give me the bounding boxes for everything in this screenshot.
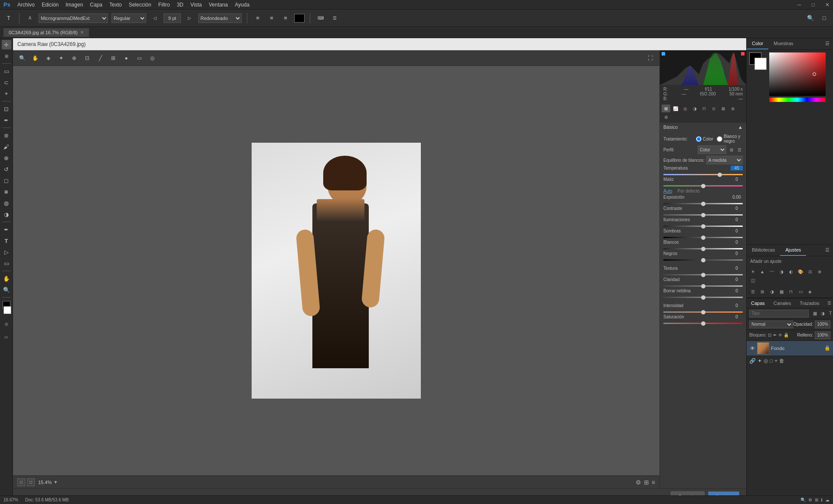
text-tool[interactable]: T: [2, 236, 11, 245]
clone-stamp-tool[interactable]: ⊕: [2, 153, 11, 163]
eraser-tool[interactable]: ◻: [2, 176, 11, 185]
anti-alias-select[interactable]: Redondeado: [198, 13, 242, 23]
bw-icon[interactable]: ⊕: [815, 268, 824, 276]
align-right-icon[interactable]: ≡: [280, 13, 291, 23]
dodge-tool[interactable]: ◑: [2, 209, 11, 219]
cr-blancos-value[interactable]: 0: [731, 240, 743, 245]
tab-muestras[interactable]: Muestras: [768, 38, 798, 49]
cr-intensidad-value[interactable]: 0: [731, 303, 743, 308]
settings-icon[interactable]: ⚙: [636, 479, 641, 486]
cr-perfil-select[interactable]: Color: [698, 145, 726, 154]
hand-tool[interactable]: ✋: [2, 274, 11, 283]
cr-iluminaciones-value[interactable]: 0: [731, 217, 743, 222]
zoom-in-icon[interactable]: 🔍: [17, 53, 27, 63]
levels-icon[interactable]: ▲: [758, 268, 767, 276]
tab-trazados[interactable]: Trazados: [795, 298, 823, 308]
zoom-dropdown-icon[interactable]: ▼: [53, 480, 58, 484]
gradient-tool[interactable]: ▦: [2, 187, 11, 196]
color-gradient-area[interactable]: [769, 52, 826, 96]
font-size-input[interactable]: [164, 13, 181, 23]
cr-auto-button[interactable]: Auto: [663, 189, 672, 193]
cr-matiz-value[interactable]: 0: [731, 177, 743, 182]
straighten-icon[interactable]: ╱: [95, 53, 105, 63]
heal-icon[interactable]: ●: [121, 53, 131, 63]
cr-equilibrio-select[interactable]: A medida: [706, 156, 743, 164]
blend-mode-select[interactable]: Normal: [749, 321, 793, 328]
frame-icon-2[interactable]: □: [27, 478, 35, 486]
cr-section-collapse[interactable]: ▲: [738, 124, 743, 130]
file-tab[interactable]: 0C3A4269.jpg al 16.7% (RGB/8) ✕: [3, 28, 89, 37]
lock-pixels-icon[interactable]: ✒: [773, 333, 777, 337]
menu-ventana[interactable]: Ventana: [209, 2, 228, 8]
cr-tab-basic[interactable]: ⊞: [662, 105, 670, 112]
cr-intensidad-slider[interactable]: [663, 311, 743, 313]
character-options-icon[interactable]: ☰: [329, 13, 340, 23]
menu-edicion[interactable]: Edición: [42, 2, 59, 8]
color-lookup-icon[interactable]: ⊞: [758, 288, 767, 296]
gradient-map-icon[interactable]: ▭: [796, 288, 805, 296]
cr-matiz-slider[interactable]: [663, 185, 743, 187]
search-icon[interactable]: 🔍: [805, 13, 816, 23]
pen-tool[interactable]: ✒: [2, 225, 11, 234]
color-panel-menu-icon[interactable]: ☰: [822, 38, 833, 49]
filter-adjust-icon[interactable]: ◑: [819, 310, 826, 317]
new-group-icon[interactable]: □: [770, 358, 773, 364]
character-panel-icon[interactable]: A: [25, 13, 35, 23]
radial-filter-icon[interactable]: ◎: [148, 53, 157, 63]
text-tool-icon[interactable]: T: [3, 13, 14, 23]
perfil-list-icon[interactable]: ☰: [736, 146, 743, 153]
info-status-icon[interactable]: ℹ: [821, 497, 823, 502]
font-family-select[interactable]: MicrogrammaDMedExt: [39, 13, 108, 23]
tab-capas[interactable]: Capas: [747, 298, 769, 308]
cr-tab-lens[interactable]: ⊙: [709, 105, 718, 112]
filter-pixel-icon[interactable]: ▦: [811, 310, 818, 317]
cr-borrar-neblina-value[interactable]: 0: [731, 288, 743, 293]
lasso-tool[interactable]: ⊂: [2, 78, 11, 87]
zoom-in-status-icon[interactable]: 🔍: [800, 497, 806, 502]
cr-tab-detail[interactable]: ◎: [681, 105, 689, 112]
font-style-select[interactable]: Regular: [112, 13, 146, 23]
cr-exposicion-slider[interactable]: [663, 203, 743, 204]
cr-borrar-neblina-slider[interactable]: [663, 297, 743, 298]
exposure-icon[interactable]: ◑: [777, 268, 786, 276]
cr-tratamiento-color[interactable]: Color: [696, 136, 713, 142]
cr-exposicion-value[interactable]: 0.00: [731, 195, 743, 200]
lock-transparent-icon[interactable]: ⊡: [768, 333, 771, 337]
menu-ayuda[interactable]: Ayuda: [235, 2, 249, 8]
cr-tab-transform[interactable]: ⊠: [719, 105, 728, 112]
perfil-grid-icon[interactable]: ⊞: [728, 146, 735, 153]
lock-all-icon[interactable]: 🔒: [784, 333, 789, 337]
warp-text-icon[interactable]: ⌨: [315, 13, 326, 23]
cr-contraste-slider[interactable]: [663, 214, 743, 216]
wb-tool-icon[interactable]: ◈: [43, 53, 53, 63]
fill-input[interactable]: [815, 331, 830, 339]
layer-visibility-icon[interactable]: 👁: [749, 345, 755, 351]
cr-sombras-slider[interactable]: [663, 237, 743, 238]
cr-por-defecto-button[interactable]: Por defecto: [678, 189, 700, 193]
cr-temperatura-value[interactable]: 45: [731, 166, 743, 170]
tab-bibliotecas[interactable]: Bibliotecas: [747, 245, 780, 256]
lock-position-icon[interactable]: ✛: [778, 333, 782, 337]
cr-temperatura-slider[interactable]: [663, 174, 743, 175]
cr-tab-tone[interactable]: 📈: [671, 105, 680, 112]
move-tool[interactable]: ✛: [2, 40, 11, 49]
grid-icon[interactable]: ⊞: [644, 479, 649, 486]
photo-filter-icon[interactable]: ◫: [748, 277, 757, 285]
threshold-icon[interactable]: ⊓: [787, 288, 795, 296]
eyedropper-tool[interactable]: ✒: [2, 115, 11, 125]
add-style-icon[interactable]: ✦: [758, 358, 762, 364]
quick-select-tool[interactable]: ⌖: [2, 89, 11, 98]
cr-textura-slider[interactable]: [663, 274, 743, 275]
tab-ajustes[interactable]: Ajustes: [780, 245, 806, 256]
cr-tab-calibration[interactable]: ⚙: [662, 113, 670, 121]
curves-icon[interactable]: 〰: [767, 268, 776, 276]
color-balance-icon[interactable]: ⚖: [806, 268, 814, 276]
add-mask-icon[interactable]: ◎: [764, 358, 768, 364]
brush-tool[interactable]: 🖌: [2, 142, 11, 151]
cr-iluminaciones-slider[interactable]: [663, 226, 743, 227]
posterize-icon[interactable]: ▦: [777, 288, 786, 296]
transform-icon[interactable]: ⊞: [108, 53, 118, 63]
zoom-tool[interactable]: 🔍: [2, 285, 11, 295]
window-maximize[interactable]: □: [812, 2, 815, 8]
align-center-icon[interactable]: ≡: [266, 13, 277, 23]
